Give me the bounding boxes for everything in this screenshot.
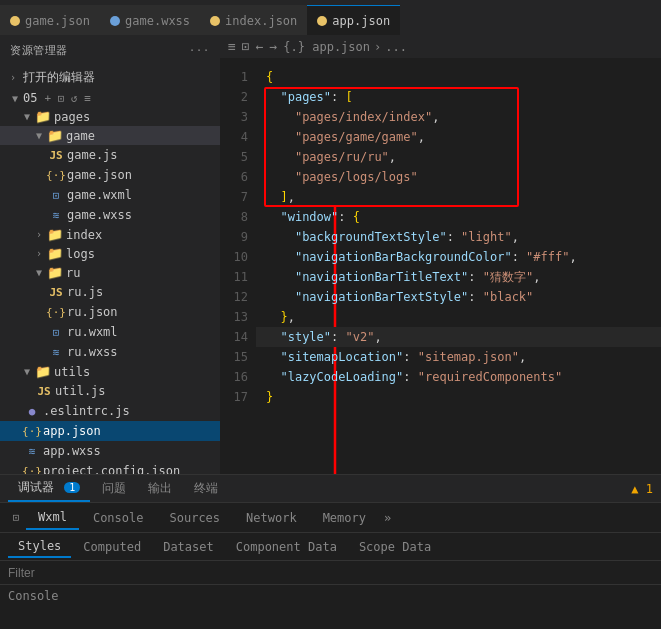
game-wxml-label: game.wxml	[67, 188, 132, 202]
code-line-11: "navigationBarTitleText": "猜数字",	[256, 267, 661, 287]
app-json-icon: {·}	[24, 423, 40, 439]
breadcrumb-path: ...	[385, 40, 407, 54]
editor-content[interactable]: 1 2 3 4 5 6 7 8 9 10 11 12 13 14 15 16 1…	[220, 59, 661, 474]
tab-game-wxss[interactable]: game.wxss	[100, 5, 200, 35]
eslintrc-icon: ●	[24, 403, 40, 419]
code-line-12: "navigationBarTextStyle": "black"	[256, 287, 661, 307]
code-line-17: }	[256, 387, 661, 407]
tab-app-json[interactable]: app.json	[307, 5, 400, 35]
devtools-subtab-component-data[interactable]: Component Data	[226, 537, 347, 557]
file-ru-wxss[interactable]: ≋ ru.wxss	[0, 342, 220, 362]
devtools-subtab-computed-label: Computed	[83, 540, 141, 554]
file-ru-js[interactable]: JS ru.js	[0, 282, 220, 302]
tab-icon-index-json	[210, 16, 220, 26]
devtools-selector-icon[interactable]: ⊡	[8, 510, 24, 526]
folder-utils[interactable]: ▼ 📁 utils	[0, 362, 220, 381]
code-line-7: ],	[256, 187, 661, 207]
eslintrc-label: .eslintrc.js	[43, 404, 130, 418]
game-wxml-icon: ⊡	[48, 187, 64, 203]
debug-tab-output[interactable]: 输出	[138, 476, 182, 501]
pages-chevron: ▼	[24, 111, 30, 122]
tab-icon-game-json	[10, 16, 20, 26]
utils-folder-label: utils	[54, 365, 90, 379]
devtools-tab-memory[interactable]: Memory	[311, 507, 378, 529]
tab-icon-app-json	[317, 16, 327, 26]
folder-game[interactable]: ▼ 📁 game	[0, 126, 220, 145]
project-root[interactable]: ▼ 05 + ⊡ ↺ ≡	[0, 89, 220, 107]
code-line-3: "pages/index/index",	[256, 107, 661, 127]
devtools-tab-sources-label: Sources	[169, 511, 220, 525]
breadcrumb: {.} app.json › ...	[283, 40, 407, 54]
devtools-subtab-component-data-label: Component Data	[236, 540, 337, 554]
file-app-wxss[interactable]: ≋ app.wxss	[0, 441, 220, 461]
devtools-tab-console[interactable]: Console	[81, 507, 156, 529]
file-game-wxml[interactable]: ⊡ game.wxml	[0, 185, 220, 205]
file-app-json[interactable]: {·} app.json	[0, 421, 220, 441]
code-area[interactable]: { "pages": [ "pages/index/index", "pages…	[256, 59, 661, 474]
console-area: Console	[0, 585, 661, 629]
devtools-tab-network-label: Network	[246, 511, 297, 525]
tab-label-app-json: app.json	[332, 14, 390, 28]
utils-chevron: ▼	[24, 366, 30, 377]
forward-icon[interactable]: →	[269, 39, 277, 54]
warn-text: ▲ 1	[631, 482, 653, 496]
ru-js-icon: JS	[48, 284, 64, 300]
menu-icon[interactable]: ≡	[228, 39, 236, 54]
devtools-tab-network[interactable]: Network	[234, 507, 309, 529]
index-folder-icon: 📁	[47, 227, 63, 242]
devtools-subtab-computed[interactable]: Computed	[73, 537, 151, 557]
game-js-icon: JS	[48, 147, 64, 163]
code-line-9: "backgroundTextStyle": "light",	[256, 227, 661, 247]
devtools-more-icon[interactable]: »	[384, 511, 391, 525]
folder-pages[interactable]: ▼ 📁 pages	[0, 107, 220, 126]
devtools-subtabs: Styles Computed Dataset Component Data S…	[0, 533, 661, 561]
file-util-js[interactable]: JS util.js	[0, 381, 220, 401]
open-editors-chevron: ›	[10, 72, 16, 83]
folder-logs[interactable]: › 📁 logs	[0, 244, 220, 263]
app-wxss-label: app.wxss	[43, 444, 101, 458]
console-label: Console	[8, 589, 59, 603]
debug-tab-issues[interactable]: 问题	[92, 476, 136, 501]
project-icons: + ⊡ ↺ ≡	[44, 92, 90, 105]
bookmark-icon[interactable]: ⊡	[242, 39, 250, 54]
ru-wxss-label: ru.wxss	[67, 345, 118, 359]
back-icon[interactable]: ←	[256, 39, 264, 54]
file-ru-wxml[interactable]: ⊡ ru.wxml	[0, 322, 220, 342]
pages-folder-icon: 📁	[35, 109, 51, 124]
code-line-15: "sitemapLocation": "sitemap.json",	[256, 347, 661, 367]
sidebar-header-icons: ···	[189, 44, 210, 57]
devtools-tab-sources[interactable]: Sources	[157, 507, 232, 529]
file-game-json[interactable]: {·} game.json	[0, 165, 220, 185]
debug-tab-terminal[interactable]: 终端	[184, 476, 228, 501]
folder-index[interactable]: › 📁 index	[0, 225, 220, 244]
devtools-tab-wxml[interactable]: Wxml	[26, 506, 79, 530]
folder-ru[interactable]: ▼ 📁 ru	[0, 263, 220, 282]
code-line-13: },	[256, 307, 661, 327]
debug-tab-debugger[interactable]: 调试器 1	[8, 475, 90, 502]
sidebar-title: 资源管理器	[10, 43, 68, 58]
file-game-wxss[interactable]: ≋ game.wxss	[0, 205, 220, 225]
file-game-js[interactable]: JS game.js	[0, 145, 220, 165]
open-editors-section[interactable]: › 打开的编辑器	[0, 66, 220, 89]
tab-game-json[interactable]: game.json	[0, 5, 100, 35]
code-line-16: "lazyCodeLoading": "requiredComponents"	[256, 367, 661, 387]
file-project-config[interactable]: {·} project.config.json	[0, 461, 220, 474]
tab-index-json[interactable]: index.json	[200, 5, 307, 35]
breadcrumb-file: {.} app.json	[283, 40, 370, 54]
devtools-subtab-dataset[interactable]: Dataset	[153, 537, 224, 557]
ru-js-label: ru.js	[67, 285, 103, 299]
warn-badge: ▲ 1	[631, 482, 653, 496]
tab-label-index-json: index.json	[225, 14, 297, 28]
ru-wxml-label: ru.wxml	[67, 325, 118, 339]
more-icon[interactable]: ···	[189, 44, 210, 57]
devtools-subtab-styles[interactable]: Styles	[8, 536, 71, 558]
file-eslintrc[interactable]: ● .eslintrc.js	[0, 401, 220, 421]
file-ru-json[interactable]: {·} ru.json	[0, 302, 220, 322]
debug-badge: 1	[64, 482, 80, 493]
ru-wxss-icon: ≋	[48, 344, 64, 360]
game-wxss-label: game.wxss	[67, 208, 132, 222]
project-config-icon: {·}	[24, 463, 40, 474]
game-folder-icon: 📁	[47, 128, 63, 143]
devtools-subtab-scope-data[interactable]: Scope Data	[349, 537, 441, 557]
filter-input[interactable]	[8, 566, 158, 580]
